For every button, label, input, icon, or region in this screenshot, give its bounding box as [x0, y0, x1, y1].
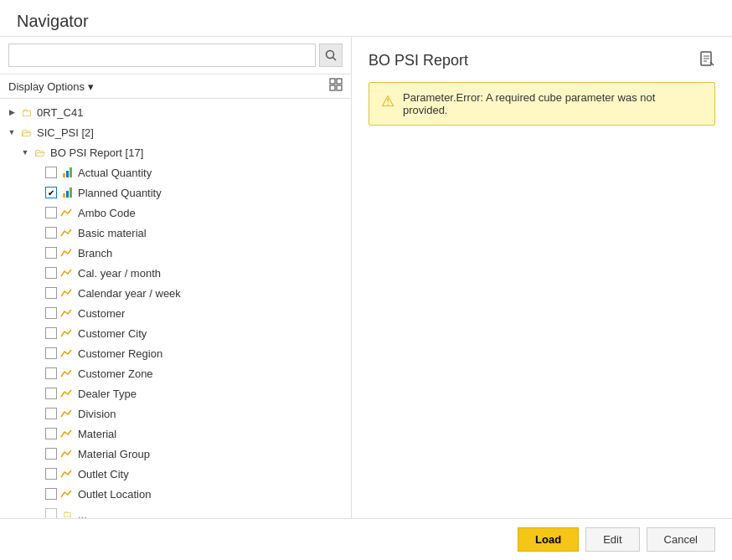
- load-button[interactable]: Load: [518, 527, 579, 552]
- label-actual-quantity: Actual Quantity: [78, 167, 152, 179]
- svg-rect-5: [337, 85, 342, 90]
- label-ambo-code: Ambo Code: [78, 207, 136, 219]
- tree-item-calendar-year-week[interactable]: Calendar year / week: [0, 283, 339, 303]
- expander-calendar-year-week: [32, 286, 45, 300]
- tree-item-outlet-city[interactable]: Outlet City: [0, 464, 339, 484]
- expander-actual-quantity: [32, 166, 45, 179]
- checkbox-branch[interactable]: [45, 247, 57, 259]
- svg-rect-2: [330, 79, 335, 84]
- cancel-button[interactable]: Cancel: [647, 527, 715, 552]
- label-ort-c41: 0RT_C41: [37, 106, 83, 119]
- label-customer-region: Customer Region: [78, 347, 162, 360]
- report-title-row: BO PSI Report: [369, 50, 715, 70]
- tree-item-material[interactable]: Material: [0, 424, 339, 444]
- svg-point-0: [327, 51, 334, 59]
- line-icon-customer-zone: [59, 367, 75, 379]
- line-icon-dealer-type: [59, 388, 75, 399]
- search-button[interactable]: [319, 44, 343, 67]
- display-options-button[interactable]: Display Options ▾: [8, 80, 94, 93]
- navigator-dialog: Navigator Display Options ▾: [0, 0, 732, 560]
- checkbox-division[interactable]: [45, 408, 57, 419]
- tree-item-branch[interactable]: Branch: [0, 243, 339, 263]
- tree-item-customer-region[interactable]: Customer Region: [0, 343, 339, 363]
- line-icon-cal-year-month: [59, 267, 75, 279]
- line-icon-branch: [59, 247, 75, 259]
- checkbox-customer-city[interactable]: [45, 327, 57, 339]
- tree-item-more[interactable]: 🗀 ...: [0, 504, 339, 518]
- checkbox-outlet-city[interactable]: [45, 468, 57, 480]
- tree-item-cal-year-month[interactable]: Cal. year / month: [0, 263, 339, 283]
- svg-rect-4: [330, 85, 335, 90]
- checkbox-material-group[interactable]: [45, 448, 57, 460]
- label-outlet-location: Outlet Location: [78, 488, 151, 501]
- tree-item-outlet-location[interactable]: Outlet Location: [0, 484, 339, 504]
- label-customer-zone: Customer Zone: [78, 367, 153, 380]
- edit-button[interactable]: Edit: [585, 527, 639, 552]
- expander-planned-quantity: [32, 186, 45, 199]
- search-bar: [0, 37, 351, 74]
- search-input[interactable]: [8, 44, 316, 67]
- label-dealer-type: Dealer Type: [78, 388, 137, 400]
- checkbox-planned-quantity[interactable]: ✔: [45, 187, 57, 198]
- tree-item-bo-psi-report[interactable]: ▼ 🗁 BO PSI Report [17]: [0, 142, 339, 162]
- checkbox-cal-year-month[interactable]: [45, 267, 57, 279]
- folder-icon-bo-psi-report: 🗁: [32, 146, 47, 158]
- dialog-header: Navigator: [0, 0, 732, 37]
- report-title-text: BO PSI Report: [369, 52, 468, 69]
- tree-item-dealer-type[interactable]: Dealer Type: [0, 383, 339, 403]
- checkbox-actual-quantity[interactable]: [45, 167, 57, 178]
- label-division: Division: [78, 408, 116, 420]
- tree-item-division[interactable]: Division: [0, 403, 339, 424]
- label-bo-psi-report: BO PSI Report [17]: [50, 146, 143, 159]
- chevron-down-icon: ▾: [88, 80, 94, 93]
- folder-icon-sic-psi: 🗁: [18, 126, 34, 138]
- label-calendar-year-week: Calendar year / week: [78, 287, 181, 300]
- expander-sic-psi: ▼: [5, 126, 18, 139]
- tree-item-sic-psi[interactable]: ▼ 🗁 SIC_PSI [2]: [0, 122, 339, 142]
- expander-branch: [32, 246, 45, 259]
- checkbox-calendar-year-week[interactable]: [45, 287, 57, 299]
- expander-ambo-code: [32, 206, 45, 219]
- checkbox-customer[interactable]: [45, 307, 57, 319]
- expand-icon-button[interactable]: [329, 78, 343, 95]
- expander-outlet-city: [32, 467, 45, 480]
- expander-customer: [32, 306, 45, 320]
- chart-icon-planned-quantity: [59, 187, 75, 198]
- line-icon-outlet-location: [59, 488, 75, 500]
- label-branch: Branch: [78, 247, 112, 259]
- tree-item-customer-zone[interactable]: Customer Zone: [0, 363, 339, 383]
- folder-icon-ort-c41: 🗀: [18, 106, 34, 118]
- tree-area[interactable]: ▶ 🗀 0RT_C41 ▼ 🗁 SIC_PSI [2]: [0, 99, 351, 518]
- checkbox-basic-material[interactable]: [45, 227, 57, 239]
- left-panel: Display Options ▾ ▶: [0, 37, 352, 518]
- toolbar-row: Display Options ▾: [0, 74, 351, 99]
- label-material: Material: [78, 428, 116, 440]
- checkbox-customer-region[interactable]: [45, 347, 57, 359]
- dialog-title: Navigator: [17, 12, 89, 30]
- expander-cal-year-month: [32, 266, 45, 280]
- tree-item-basic-material[interactable]: Basic material: [0, 223, 339, 243]
- checkbox-material[interactable]: [45, 428, 57, 439]
- tree-item-customer[interactable]: Customer: [0, 303, 339, 323]
- expander-customer-city: [32, 326, 45, 340]
- line-icon-material-group: [59, 448, 75, 460]
- checkbox-more[interactable]: [45, 508, 57, 518]
- checkbox-ambo-code[interactable]: [45, 207, 57, 218]
- expander-material: [32, 427, 45, 440]
- tree-item-ambo-code[interactable]: Ambo Code: [0, 203, 339, 223]
- label-sic-psi: SIC_PSI [2]: [37, 126, 94, 139]
- checkbox-dealer-type[interactable]: [45, 388, 57, 399]
- tree-item-actual-quantity[interactable]: Actual Quantity: [0, 162, 339, 182]
- line-icon-customer: [59, 307, 75, 319]
- expander-division: [32, 407, 45, 420]
- checkbox-customer-zone[interactable]: [45, 367, 57, 379]
- tree-item-customer-city[interactable]: Customer City: [0, 323, 339, 343]
- tree-item-material-group[interactable]: Material Group: [0, 444, 339, 464]
- tree-item-ort-c41[interactable]: ▶ 🗀 0RT_C41: [0, 102, 339, 122]
- label-customer: Customer: [78, 307, 125, 320]
- checkbox-outlet-location[interactable]: [45, 488, 57, 500]
- label-customer-city: Customer City: [78, 327, 147, 340]
- line-icon-customer-city: [59, 327, 75, 339]
- tree-item-planned-quantity[interactable]: ✔ Planned Quantity: [0, 182, 339, 203]
- label-outlet-city: Outlet City: [78, 468, 129, 480]
